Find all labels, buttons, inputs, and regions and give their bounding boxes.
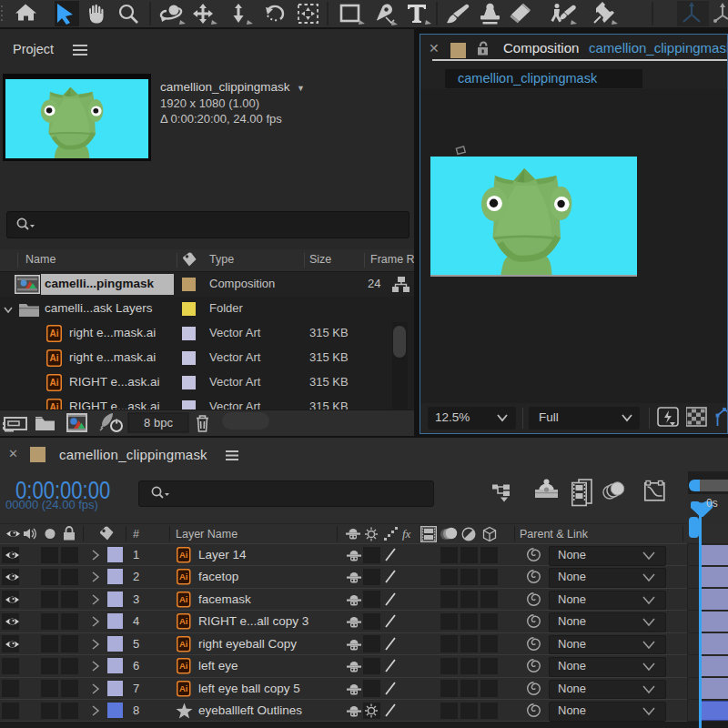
svg-text:Ai: Ai (50, 353, 59, 363)
svg-text:Ai: Ai (50, 402, 59, 410)
svg-text:Ai: Ai (50, 378, 59, 388)
svg-text:fx: fx (402, 527, 411, 541)
svg-text:Ai: Ai (50, 329, 59, 339)
svg-text:#: # (133, 528, 139, 541)
svg-text:Parent & Link: Parent & Link (520, 528, 589, 541)
svg-text:Layer Name: Layer Name (176, 528, 238, 541)
svg-text:8 bpc: 8 bpc (144, 416, 173, 430)
